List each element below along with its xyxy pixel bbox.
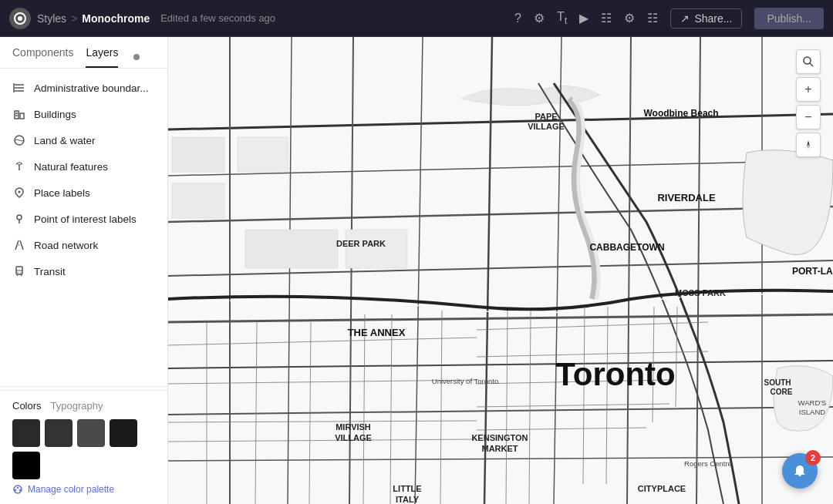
layer-label-poi: Point of interest labels	[34, 213, 137, 225]
sidebar: Components Layers Administrative boundar…	[0, 37, 168, 504]
swatch-5[interactable]	[12, 452, 40, 479]
svg-text:THE ANNEX: THE ANNEX	[348, 327, 406, 338]
notification-button[interactable]: 2	[782, 453, 818, 489]
svg-text:KENSINGTON: KENSINGTON	[471, 433, 528, 442]
svg-rect-59	[245, 230, 338, 268]
buildings-icon	[12, 107, 26, 121]
zoom-out-button[interactable]: −	[796, 105, 821, 129]
main-layout: Components Layers Administrative boundar…	[0, 37, 833, 504]
layer-label-transit: Transit	[34, 266, 66, 277]
share-button[interactable]: ↗ Share...	[670, 8, 742, 29]
tab-layers[interactable]: Layers	[86, 46, 118, 68]
layer-item-admin[interactable]: Administrative boundar...	[0, 75, 167, 101]
layer-label-natural: Natural features	[34, 161, 108, 173]
svg-text:RIVERDALE: RIVERDALE	[657, 192, 715, 203]
svg-text:VILLAGE: VILLAGE	[335, 433, 372, 442]
help-icon[interactable]: ?	[514, 12, 521, 25]
svg-point-14	[17, 487, 19, 489]
svg-text:PAPE: PAPE	[535, 112, 557, 121]
svg-text:CABBAGETOWN: CABBAGETOWN	[589, 242, 664, 253]
layer-item-buildings[interactable]: Buildings	[0, 101, 167, 127]
zoom-in-button[interactable]: +	[796, 77, 821, 102]
tab-components[interactable]: Components	[12, 46, 73, 68]
layers-list: Administrative boundar... Buildings	[0, 69, 167, 383]
svg-point-10	[17, 272, 19, 274]
svg-text:CORE: CORE	[771, 388, 793, 396]
manage-palette-link[interactable]: Manage color palette	[12, 484, 155, 495]
zoom-in-icon: +	[804, 82, 811, 96]
layer-item-transit[interactable]: Transit	[0, 258, 167, 284]
svg-text:ISLAND: ISLAND	[799, 408, 825, 416]
swatch-1[interactable]	[12, 419, 40, 447]
map-controls: + −	[796, 49, 821, 157]
app-logo[interactable]	[9, 8, 31, 29]
svg-text:SOUTH: SOUTH	[764, 378, 791, 387]
transit-icon	[12, 264, 26, 278]
svg-point-13	[15, 489, 16, 491]
search-control[interactable]	[796, 49, 821, 74]
layer-label-land-water: Land & water	[34, 135, 96, 146]
swatch-4[interactable]	[110, 419, 137, 447]
share-icon: ↗	[680, 12, 690, 25]
svg-text:CITYPLACE: CITYPLACE	[638, 484, 686, 493]
svg-point-1	[18, 16, 22, 21]
topnav: Styles > Monochrome Edited a few seconds…	[0, 0, 833, 37]
share-label: Share...	[694, 12, 732, 25]
road-icon	[12, 238, 26, 252]
map-canvas[interactable]: PAPE VILLAGE Woodbine Beach RIVERDALE DE…	[168, 37, 833, 504]
topnav-icons: ? ⚙ Tt ▶ ☷ ⚙ ☷ ↗ Share... Publish...	[514, 8, 824, 29]
layer-item-natural[interactable]: Natural features	[0, 153, 167, 180]
place-labels-icon	[12, 186, 26, 200]
land-water-icon	[12, 133, 26, 147]
color-swatches	[12, 419, 155, 479]
svg-point-15	[19, 489, 21, 491]
svg-text:MARKET: MARKET	[481, 444, 518, 453]
svg-text:Toronto: Toronto	[555, 356, 676, 392]
svg-text:PORT-LANDS: PORT-LANDS	[792, 266, 833, 277]
notification-count: 2	[805, 450, 821, 465]
svg-rect-3	[20, 113, 24, 119]
sidebar-divider	[0, 386, 167, 387]
svg-point-7	[19, 191, 21, 193]
tab-colors[interactable]: Colors	[12, 400, 42, 412]
svg-text:Woodbine Beach: Woodbine Beach	[643, 108, 718, 119]
svg-rect-5	[16, 115, 18, 116]
admin-icon	[12, 81, 26, 95]
swatch-3[interactable]	[77, 419, 105, 447]
manage-palette-label: Manage color palette	[28, 484, 114, 495]
map-area: PAPE VILLAGE Woodbine Beach RIVERDALE DE…	[168, 37, 833, 504]
style-name: Monochrome	[82, 12, 150, 25]
layer-item-poi[interactable]: Point of interest labels	[0, 206, 167, 232]
export-icon[interactable]: ☷	[647, 11, 658, 25]
svg-rect-56	[172, 137, 224, 172]
layer-item-road[interactable]: Road network	[0, 232, 167, 258]
swatch-2[interactable]	[45, 419, 73, 447]
svg-text:DEER PARK: DEER PARK	[336, 239, 386, 248]
styles-link[interactable]: Styles	[37, 12, 66, 25]
layer-label-buildings: Buildings	[34, 109, 76, 120]
sidebar-tabs: Components Layers	[0, 37, 167, 69]
colors-tabs: Colors Typography	[12, 400, 155, 412]
breadcrumb: Styles > Monochrome Edited a few seconds…	[37, 12, 508, 25]
svg-text:MOSS PARK: MOSS PARK	[675, 288, 726, 297]
layer-label-admin: Administrative boundar...	[34, 82, 149, 94]
typography-icon[interactable]: Tt	[557, 10, 567, 26]
layer-item-place-labels[interactable]: Place labels	[0, 180, 167, 206]
publish-button[interactable]: Publish...	[754, 8, 824, 29]
svg-text:University of Toronto: University of Toronto	[432, 377, 498, 385]
svg-rect-57	[238, 137, 288, 172]
settings-icon[interactable]: ⚙	[534, 11, 545, 25]
tab-typography[interactable]: Typography	[51, 400, 103, 412]
svg-point-85	[804, 57, 811, 64]
layer-label-place-labels: Place labels	[34, 187, 90, 199]
layer-label-road: Road network	[34, 240, 98, 251]
preview-icon[interactable]: ▶	[579, 11, 588, 25]
svg-rect-60	[346, 230, 407, 268]
svg-text:WARD'S: WARD'S	[798, 398, 827, 407]
gear-icon[interactable]: ⚙	[624, 11, 635, 25]
svg-text:VILLAGE: VILLAGE	[528, 122, 565, 131]
layers-icon[interactable]: ☷	[601, 11, 612, 25]
layer-item-land-water[interactable]: Land & water	[0, 127, 167, 153]
colors-section: Colors Typography Manage color palette	[0, 390, 167, 504]
compass-button[interactable]	[796, 133, 821, 157]
